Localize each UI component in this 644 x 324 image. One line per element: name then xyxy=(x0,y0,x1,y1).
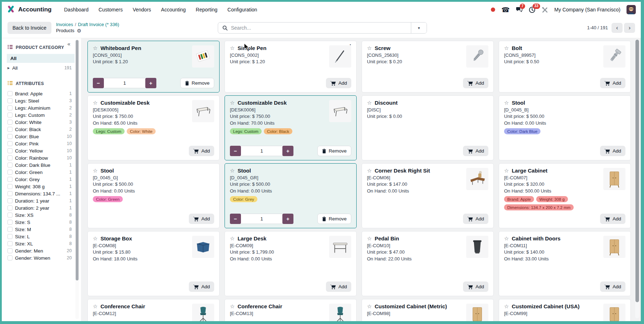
favorite-star-icon[interactable]: ☆ xyxy=(93,168,97,173)
sidebar-scrollbar-thumb[interactable] xyxy=(76,40,79,280)
pagination-prev-button[interactable]: ‹ xyxy=(612,23,623,33)
favorite-star-icon[interactable]: ☆ xyxy=(230,236,235,241)
favorite-star-icon[interactable]: ☆ xyxy=(367,45,372,51)
attribute-filter-duration-2-year[interactable]: Duration: 2 year1 xyxy=(7,204,72,211)
product-card-corner-desk-right-sit-e-com06[interactable]: ☆Corner Desk Right Sit[E-COM06]Unit pric… xyxy=(362,163,494,228)
collapse-sidebar-icon[interactable]: « xyxy=(67,41,70,47)
activities-clock-icon[interactable]: 33 xyxy=(529,6,535,13)
attribute-filter-dimensions-134-7[interactable]: Dimensions: 134.7 ...1 xyxy=(7,190,72,197)
product-card-storage-box-e-com08[interactable]: ☆Storage Box[E-COM08]Unit price: $ 15.80… xyxy=(87,231,220,296)
increase-quantity-button[interactable]: + xyxy=(282,146,293,156)
product-card-customizable-desk-desk0005[interactable]: ☆Customizable Desk[DESK0005]Unit price: … xyxy=(87,95,220,160)
product-card-simple-pen-cons-0002[interactable]: ☆Simple Pen⋮[CONS_0002]Unit price: $ 1.2… xyxy=(225,41,357,93)
add-button[interactable]: Add xyxy=(326,78,351,88)
add-button[interactable]: Add xyxy=(326,281,351,292)
nav-item-customers[interactable]: Customers xyxy=(95,5,127,15)
checkbox[interactable] xyxy=(7,234,12,239)
product-card-pedal-bin-e-com10[interactable]: ☆Pedal Bin[E-COM10]Unit price: $ 47.00On… xyxy=(362,231,494,296)
favorite-star-icon[interactable]: ☆ xyxy=(504,100,509,105)
favorite-star-icon[interactable]: ☆ xyxy=(504,236,509,241)
favorite-star-icon[interactable]: ☆ xyxy=(93,100,97,105)
messages-icon[interactable]: 7 xyxy=(516,6,523,13)
add-button[interactable]: Add xyxy=(189,281,214,292)
checkbox[interactable] xyxy=(7,213,12,218)
attribute-filter-size-l[interactable]: Size: L8 xyxy=(7,233,72,240)
attribute-filter-size-s[interactable]: Size: S8 xyxy=(7,219,72,226)
checkbox[interactable] xyxy=(7,198,12,203)
attribute-filter-brand-apple[interactable]: Brand: Apple1 xyxy=(7,90,72,97)
add-button[interactable]: Add xyxy=(600,214,625,224)
attribute-filter-gender-women[interactable]: Gender: Women20 xyxy=(7,254,72,261)
home-menu-button[interactable]: Accounting xyxy=(7,5,52,15)
attribute-filter-color-black[interactable]: Color: Black2 xyxy=(7,126,72,133)
decrease-quantity-button[interactable]: − xyxy=(230,146,241,156)
add-button[interactable]: Add xyxy=(189,146,214,156)
remove-button[interactable]: Remove xyxy=(180,78,214,88)
add-button[interactable]: Add xyxy=(600,146,625,156)
product-card-cabinet-with-doors-e-com11[interactable]: ☆Cabinet with Doors[E-COM11]Unit price: … xyxy=(499,231,631,296)
product-card-bolt-cons-89957[interactable]: ☆Bolt[CONS_89957]Unit price: $ 0.50Add xyxy=(499,41,631,93)
add-button[interactable]: Add xyxy=(600,78,625,88)
quantity-input[interactable] xyxy=(241,214,282,224)
favorite-star-icon[interactable]: ☆ xyxy=(367,100,372,105)
product-card-screw-cons-25630[interactable]: ☆Screw[CONS_25630]Unit price: $ 0.20Add xyxy=(362,41,494,93)
checkbox[interactable] xyxy=(7,205,12,210)
quantity-input[interactable] xyxy=(104,78,145,88)
increase-quantity-button[interactable]: + xyxy=(282,214,293,224)
product-card-conference-chair-e-com13[interactable]: ☆Conference Chair[E-COM13]Add xyxy=(225,299,357,321)
attribute-filter-color-white[interactable]: Color: White3 xyxy=(7,119,72,126)
checkbox[interactable] xyxy=(7,255,12,260)
add-button[interactable]: Add xyxy=(600,281,625,292)
remove-button[interactable]: Remove xyxy=(317,214,351,224)
checkbox[interactable] xyxy=(7,227,12,232)
attribute-filter-gender-men[interactable]: Gender: Men20 xyxy=(7,247,72,254)
attribute-filter-color-green[interactable]: Color: Green1 xyxy=(7,169,72,176)
voip-phone-icon[interactable]: ☎ xyxy=(501,6,510,13)
favorite-star-icon[interactable]: ☆ xyxy=(230,45,235,51)
checkbox[interactable] xyxy=(7,248,12,253)
remove-button[interactable]: Remove xyxy=(317,146,351,156)
sidebar-scrollbar[interactable] xyxy=(75,39,79,319)
main-scrollbar-thumb[interactable] xyxy=(635,40,639,302)
checkbox[interactable] xyxy=(7,148,12,153)
attribute-filter-color-dark-blue[interactable]: Color: Dark Blue1 xyxy=(7,161,72,169)
attribute-filter-size-m[interactable]: Size: M8 xyxy=(7,226,72,233)
nav-item-accounting[interactable]: Accounting xyxy=(157,5,190,15)
product-card-customized-cabinet-usa-e-com99[interactable]: ☆Customized Cabinet (USA)[E-COM99]Add xyxy=(499,299,631,321)
product-card-stool-d-0045-g[interactable]: ☆Stool[D_0045_G]Unit price: $ 500.00On H… xyxy=(87,163,220,228)
favorite-star-icon[interactable]: ☆ xyxy=(367,236,372,241)
checkbox[interactable] xyxy=(7,170,12,175)
checkbox[interactable] xyxy=(7,220,12,225)
checkbox[interactable] xyxy=(7,91,12,96)
checkbox[interactable] xyxy=(7,184,12,189)
nav-item-reporting[interactable]: Reporting xyxy=(192,5,221,15)
decrease-quantity-button[interactable]: − xyxy=(93,78,104,88)
attribute-filter-color-grey[interactable]: Color: Grey1 xyxy=(7,176,72,183)
product-card-whiteboard-pen-cons-0001[interactable]: ☆Whiteboard Pen[CONS_0001]Unit price: $ … xyxy=(87,41,220,93)
checkbox[interactable] xyxy=(7,155,12,160)
nav-item-dashboard[interactable]: Dashboard xyxy=(60,5,93,15)
back-to-invoice-button[interactable]: Back to Invoice xyxy=(7,22,51,34)
product-card-large-cabinet-e-com07[interactable]: ☆Large Cabinet[E-COM07]Unit price: $ 320… xyxy=(499,163,631,228)
checkbox[interactable] xyxy=(7,191,12,196)
product-card-customizable-desk-desk0006[interactable]: ☆Customizable Desk[DESK0006]Unit price: … xyxy=(225,95,357,160)
favorite-star-icon[interactable]: ☆ xyxy=(230,168,235,173)
add-button[interactable]: Add xyxy=(463,146,488,156)
favorite-star-icon[interactable]: ☆ xyxy=(93,304,97,309)
product-card-stool-d-0045-b[interactable]: ☆Stool[D_0045_B]Unit price: $ 500.00On H… xyxy=(499,95,631,160)
add-button[interactable]: Add xyxy=(189,214,214,224)
add-button[interactable]: Add xyxy=(463,78,488,88)
favorite-star-icon[interactable]: ☆ xyxy=(367,304,372,309)
favorite-star-icon[interactable]: ☆ xyxy=(504,304,509,309)
main-scrollbar[interactable] xyxy=(635,39,639,318)
favorite-star-icon[interactable]: ☆ xyxy=(367,168,372,173)
checkbox[interactable] xyxy=(7,241,12,246)
checkbox[interactable] xyxy=(7,105,12,110)
favorite-star-icon[interactable]: ☆ xyxy=(504,168,509,173)
nav-item-configuration[interactable]: Configuration xyxy=(223,5,261,15)
checkbox[interactable] xyxy=(7,163,12,168)
checkbox[interactable] xyxy=(7,134,12,139)
attribute-filter-size-xl[interactable]: Size: XL8 xyxy=(7,240,72,247)
checkbox[interactable] xyxy=(7,98,12,103)
favorite-star-icon[interactable]: ☆ xyxy=(230,100,235,105)
